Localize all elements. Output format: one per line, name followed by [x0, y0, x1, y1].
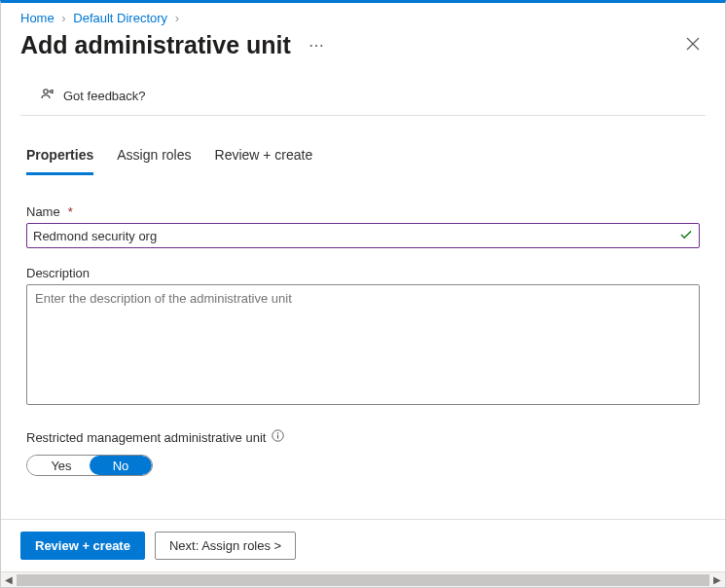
tab-review-create[interactable]: Review + create	[215, 141, 313, 175]
scroll-left-arrow[interactable]: ◀	[1, 572, 17, 587]
restricted-toggle[interactable]: Yes No	[26, 455, 153, 476]
form-area: Name* Description Restricted management …	[1, 175, 725, 519]
review-create-button[interactable]: Review + create	[20, 532, 145, 560]
restricted-label-row: Restricted management administrative uni…	[26, 429, 700, 445]
restricted-label: Restricted management administrative uni…	[26, 430, 266, 445]
required-indicator: *	[68, 204, 73, 219]
tabs: Properties Assign roles Review + create	[1, 141, 725, 175]
breadcrumb-sep: ›	[61, 11, 65, 25]
scroll-right-arrow[interactable]: ▶	[709, 572, 725, 587]
description-label: Description	[26, 266, 700, 280]
name-input[interactable]	[33, 229, 679, 243]
close-button[interactable]	[680, 31, 706, 59]
close-icon	[686, 37, 700, 54]
svg-point-2	[44, 90, 48, 93]
scrollbar-thumb[interactable]	[17, 574, 709, 586]
description-input[interactable]	[26, 284, 700, 405]
footer: Review + create Next: Assign roles >	[1, 519, 725, 571]
svg-rect-5	[277, 435, 278, 439]
breadcrumb-directory[interactable]: Default Directory	[73, 11, 167, 25]
svg-point-4	[277, 432, 279, 434]
toggle-yes[interactable]: Yes	[27, 456, 90, 475]
breadcrumb-home[interactable]: Home	[20, 11, 54, 25]
breadcrumb-sep: ›	[175, 11, 179, 25]
info-icon[interactable]	[272, 429, 284, 445]
feedback-icon	[40, 87, 55, 105]
tab-assign-roles[interactable]: Assign roles	[117, 141, 191, 175]
feedback-label: Got feedback?	[63, 89, 146, 103]
feedback-link[interactable]: Got feedback?	[20, 77, 706, 116]
breadcrumb: Home › Default Directory ›	[1, 3, 725, 27]
title-row: Add administrative unit ⋯	[1, 27, 725, 71]
toggle-no[interactable]: No	[90, 456, 152, 475]
horizontal-scrollbar[interactable]: ◀ ▶	[1, 571, 725, 587]
page-title: Add administrative unit	[20, 31, 291, 59]
check-icon	[679, 228, 693, 244]
next-assign-roles-button[interactable]: Next: Assign roles >	[155, 532, 296, 560]
name-label: Name*	[26, 204, 700, 219]
name-input-wrap	[26, 223, 700, 248]
name-label-text: Name	[26, 204, 60, 219]
tab-properties[interactable]: Properties	[26, 141, 93, 175]
more-actions-button[interactable]: ⋯	[309, 36, 324, 55]
